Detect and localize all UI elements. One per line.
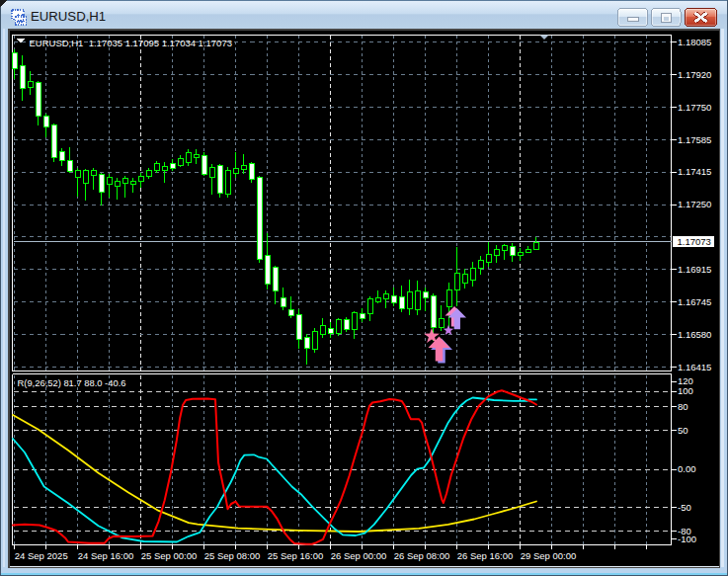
svg-text:24 Sep 16:00: 24 Sep 16:00 <box>78 550 134 561</box>
svg-text:26 Sep 08:00: 26 Sep 08:00 <box>394 550 450 561</box>
svg-text:EURUSD,H1: EURUSD,H1 <box>31 9 106 24</box>
svg-text:1.17585: 1.17585 <box>678 134 711 145</box>
svg-text:24 Sep 2025: 24 Sep 2025 <box>15 550 68 561</box>
svg-text:1.17415: 1.17415 <box>678 166 711 177</box>
svg-text:1.16915: 1.16915 <box>678 264 711 275</box>
svg-text:100: 100 <box>678 385 693 396</box>
svg-text:1.17250: 1.17250 <box>678 199 711 209</box>
svg-text:1.17750: 1.17750 <box>678 102 711 113</box>
svg-text:26 Sep 16:00: 26 Sep 16:00 <box>457 550 514 561</box>
svg-text:25 Sep 16:00: 25 Sep 16:00 <box>268 550 324 561</box>
svg-text:1.17920: 1.17920 <box>678 69 711 80</box>
svg-text:1.18085: 1.18085 <box>678 37 711 47</box>
svg-text:R(9,26,52) 81.7 88.0 -40.6: R(9,26,52) 81.7 88.0 -40.6 <box>18 377 126 388</box>
svg-text:25 Sep 08:00: 25 Sep 08:00 <box>204 550 261 561</box>
svg-text:0.00: 0.00 <box>678 463 696 474</box>
svg-text:-50: -50 <box>678 502 691 513</box>
svg-text:1.16745: 1.16745 <box>678 296 711 307</box>
svg-text:29 Sep 00:00: 29 Sep 00:00 <box>521 550 577 561</box>
svg-text:80: 80 <box>678 401 688 412</box>
svg-text:25 Sep 00:00: 25 Sep 00:00 <box>141 550 198 561</box>
svg-text:EURUSD,H1 1.17035 1.17095 1.1: EURUSD,H1 1.17035 1.17095 1.17034 1.1707… <box>30 38 232 48</box>
svg-text:-100: -100 <box>678 534 696 544</box>
svg-text:1.16580: 1.16580 <box>678 329 711 340</box>
svg-text:50: 50 <box>678 425 688 436</box>
svg-text:1.16415: 1.16415 <box>678 362 711 372</box>
svg-text:26 Sep 00:00: 26 Sep 00:00 <box>331 550 387 561</box>
svg-text:1.17073: 1.17073 <box>678 236 711 247</box>
